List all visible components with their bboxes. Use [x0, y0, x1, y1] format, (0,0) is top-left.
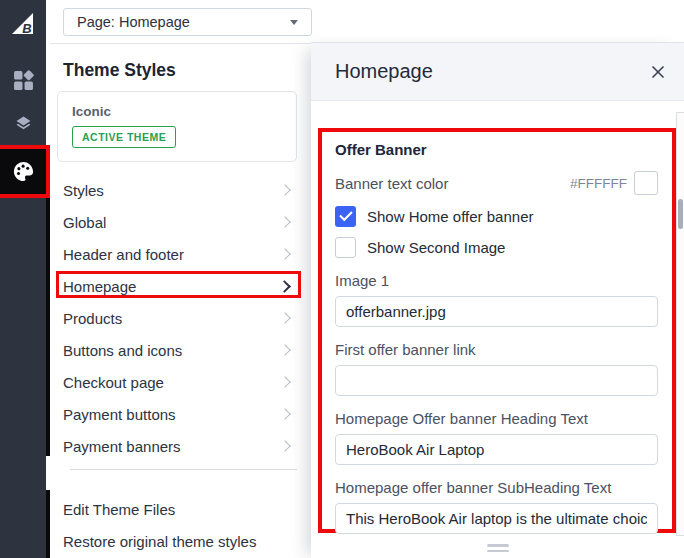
- chevron-right-icon: [279, 344, 290, 355]
- menu-item-label: Payment buttons: [63, 406, 176, 423]
- page-selector-value: Page: Homepage: [77, 14, 290, 30]
- offer-banner-subheading-field: Homepage offer banner SubHeading Text: [335, 479, 658, 534]
- menu-item-label: Global: [63, 214, 106, 231]
- menu-item-buttons-and-icons[interactable]: Buttons and icons: [63, 334, 297, 366]
- layers-icon[interactable]: [0, 107, 46, 139]
- theme-settings-menu: Styles Global Header and footer Homepage…: [63, 174, 297, 462]
- image1-label: Image 1: [335, 272, 658, 289]
- page-selector-dropdown[interactable]: Page: Homepage: [63, 8, 312, 36]
- homepage-settings-panel: Homepage Offer Banner Banner text color …: [311, 42, 684, 558]
- menu-item-products[interactable]: Products: [63, 302, 297, 334]
- menu-item-label: Styles: [63, 182, 104, 199]
- menu-item-checkout-page[interactable]: Checkout page: [63, 366, 297, 398]
- restore-theme-styles-link[interactable]: Restore original theme styles: [63, 533, 256, 550]
- theme-palette-icon[interactable]: [0, 151, 46, 191]
- offer-banner-heading-input[interactable]: [335, 434, 658, 465]
- chevron-right-icon: [279, 376, 290, 387]
- chevron-down-icon: [290, 20, 298, 25]
- menu-item-label: Header and footer: [63, 246, 184, 263]
- menu-item-header-and-footer[interactable]: Header and footer: [63, 238, 297, 270]
- offer-banner-heading-field: Homepage Offer banner Heading Text: [335, 410, 658, 465]
- menu-item-payment-banners[interactable]: Payment banners: [63, 430, 297, 462]
- show-second-image-row: Show Second Image: [335, 236, 658, 258]
- menu-item-label: Products: [63, 310, 122, 327]
- first-offer-banner-link-label: First offer banner link: [335, 341, 658, 358]
- active-theme-card[interactable]: Iconic ACTIVE THEME: [57, 91, 297, 162]
- first-offer-banner-link-input[interactable]: [335, 365, 658, 396]
- image1-input[interactable]: [335, 296, 658, 327]
- theme-styles-panel: Theme Styles Iconic ACTIVE THEME Styles …: [50, 43, 311, 558]
- banner-text-color-row: Banner text color #FFFFFF: [335, 170, 658, 196]
- scrollbar-thumb[interactable]: [678, 199, 683, 229]
- chevron-right-icon: [279, 184, 290, 195]
- theme-name: Iconic: [72, 104, 111, 119]
- page-builder-window: B: [0, 0, 684, 558]
- section-heading: Offer Banner: [335, 141, 658, 158]
- menu-item-global[interactable]: Global: [63, 206, 297, 238]
- edit-theme-files-link[interactable]: Edit Theme Files: [63, 501, 175, 518]
- menu-item-styles[interactable]: Styles: [63, 174, 297, 206]
- chevron-right-icon: [279, 408, 290, 419]
- menu-item-homepage[interactable]: Homepage: [63, 270, 297, 302]
- menu-item-label: Buttons and icons: [63, 342, 182, 359]
- widgets-icon[interactable]: [0, 64, 46, 96]
- offer-banner-heading-label: Homepage Offer banner Heading Text: [335, 410, 658, 427]
- color-swatch[interactable]: [634, 171, 658, 195]
- vertical-scrollbar[interactable]: [676, 112, 684, 536]
- bigcommerce-logo-icon[interactable]: B: [0, 5, 46, 43]
- close-icon[interactable]: [650, 64, 666, 80]
- chevron-right-icon: [279, 216, 290, 227]
- chevron-right-icon: [279, 312, 290, 323]
- settings-panel-title: Homepage: [335, 60, 433, 83]
- chevron-right-icon: [279, 440, 290, 451]
- color-hex-value: #FFFFFF: [570, 176, 627, 191]
- offer-banner-section: Offer Banner Banner text color #FFFFFF S…: [318, 128, 676, 533]
- menu-item-label: Checkout page: [63, 374, 164, 391]
- offer-banner-subheading-label: Homepage offer banner SubHeading Text: [335, 479, 658, 496]
- drag-handle[interactable]: [487, 544, 509, 555]
- active-theme-badge: ACTIVE THEME: [72, 126, 176, 148]
- icon-rail: B: [0, 0, 46, 558]
- banner-text-color-label: Banner text color: [335, 175, 570, 192]
- menu-item-label: Homepage: [63, 278, 136, 295]
- checkbox-label: Show Second Image: [367, 239, 505, 256]
- offer-banner-subheading-input[interactable]: [335, 503, 658, 534]
- show-home-offer-banner-checkbox[interactable]: [335, 206, 356, 227]
- show-home-offer-banner-row: Show Home offer banner: [335, 205, 658, 227]
- theme-panel-title: Theme Styles: [63, 60, 176, 81]
- image1-field: Image 1: [335, 272, 658, 327]
- checkmark-icon: [339, 208, 352, 221]
- divider: [70, 469, 297, 470]
- chevron-right-icon: [279, 248, 290, 259]
- svg-text:B: B: [22, 21, 31, 36]
- show-second-image-checkbox[interactable]: [335, 237, 356, 258]
- chevron-right-icon: [278, 280, 291, 293]
- checkbox-label: Show Home offer banner: [367, 208, 534, 225]
- settings-panel-header: Homepage: [311, 43, 684, 101]
- menu-item-payment-buttons[interactable]: Payment buttons: [63, 398, 297, 430]
- menu-item-label: Payment banners: [63, 438, 181, 455]
- first-offer-banner-link-field: First offer banner link: [335, 341, 658, 396]
